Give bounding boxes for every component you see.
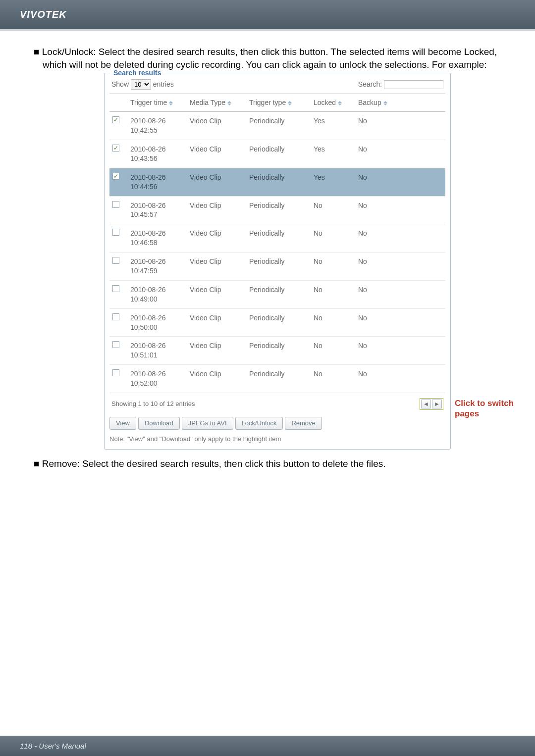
cell-backup: No: [355, 280, 445, 308]
cell-locked: No: [311, 252, 355, 281]
cell-backup: No: [355, 196, 445, 224]
cell-trigger-type: Periodically: [246, 140, 311, 168]
col-trigger-type[interactable]: Trigger type: [246, 94, 311, 112]
row-checkbox[interactable]: [112, 173, 119, 180]
page-body: Lock/Unlock: Select the desired search r…: [0, 31, 535, 470]
row-checkbox[interactable]: [112, 285, 119, 292]
jpegs-to-avi-button[interactable]: JPEGs to AVI: [182, 417, 233, 430]
cell-media-type: Video Clip: [187, 112, 246, 140]
table-row[interactable]: 2010-08-2610:51:01Video ClipPeriodically…: [109, 337, 445, 365]
cell-backup: No: [355, 252, 445, 281]
page-footer-text: 118 - User's Manual: [20, 742, 86, 750]
entries-select[interactable]: 10: [131, 79, 151, 90]
show-label-pre: Show: [111, 80, 129, 88]
row-checkbox[interactable]: [112, 257, 119, 264]
cell-media-type: Video Clip: [187, 308, 246, 337]
cell-trigger-time: 2010-08-2610:43:56: [127, 140, 187, 168]
remove-button[interactable]: Remove: [285, 417, 321, 430]
cell-trigger-type: Periodically: [246, 308, 311, 337]
cell-backup: No: [355, 112, 445, 140]
cell-locked: Yes: [311, 112, 355, 140]
cell-trigger-time: 2010-08-2610:42:55: [127, 112, 187, 140]
cell-trigger-time: 2010-08-2610:52:00: [127, 365, 187, 393]
col-trigger-time[interactable]: Trigger time: [127, 94, 187, 112]
download-button[interactable]: Download: [138, 417, 180, 430]
cell-trigger-type: Periodically: [246, 365, 311, 393]
search-input[interactable]: [384, 80, 443, 89]
table-row[interactable]: 2010-08-2610:43:56Video ClipPeriodically…: [109, 140, 445, 168]
row-checkbox[interactable]: [112, 229, 119, 236]
cell-backup: No: [355, 308, 445, 337]
col-media-type-label: Media Type: [190, 99, 225, 106]
table-row[interactable]: 2010-08-2610:42:55Video ClipPeriodically…: [109, 112, 445, 140]
cell-trigger-time: 2010-08-2610:51:01: [127, 337, 187, 365]
cell-trigger-type: Periodically: [246, 280, 311, 308]
pager-box: ◄ ►: [420, 398, 443, 410]
cell-trigger-type: Periodically: [246, 168, 311, 196]
button-row: View Download JPEGs to AVI Lock/Unlock R…: [109, 417, 445, 430]
cell-locked: No: [311, 224, 355, 252]
row-checkbox[interactable]: [112, 201, 119, 208]
cell-backup: No: [355, 224, 445, 252]
col-backup-label: Backup: [358, 99, 381, 106]
cell-locked: No: [311, 365, 355, 393]
table-row[interactable]: 2010-08-2610:45:57Video ClipPeriodically…: [109, 196, 445, 224]
table-row[interactable]: 2010-08-2610:49:00Video ClipPeriodically…: [109, 280, 445, 308]
cell-trigger-time: 2010-08-2610:45:57: [127, 196, 187, 224]
table-row[interactable]: 2010-08-2610:52:00Video ClipPeriodically…: [109, 365, 445, 393]
cell-backup: No: [355, 365, 445, 393]
row-checkbox[interactable]: [112, 369, 119, 376]
cell-trigger-time: 2010-08-2610:49:00: [127, 280, 187, 308]
cell-trigger-type: Periodically: [246, 224, 311, 252]
row-checkbox[interactable]: [112, 313, 119, 320]
search-results-panel: Search results Show 10 entries Search:: [104, 73, 451, 450]
cell-locked: No: [311, 308, 355, 337]
table-row[interactable]: 2010-08-2610:50:00Video ClipPeriodically…: [109, 308, 445, 337]
lock-unlock-button[interactable]: Lock/Unlock: [235, 417, 283, 430]
cell-backup: No: [355, 168, 445, 196]
table-row[interactable]: 2010-08-2610:44:56Video ClipPeriodically…: [109, 168, 445, 196]
pager-next-button[interactable]: ►: [432, 400, 442, 408]
col-trigger-time-label: Trigger time: [130, 99, 167, 106]
sort-icon: [383, 101, 387, 106]
table-row[interactable]: 2010-08-2610:46:58Video ClipPeriodically…: [109, 224, 445, 252]
search-box: Search:: [358, 80, 443, 89]
cell-media-type: Video Clip: [187, 224, 246, 252]
bullet-remove: Remove: Select the desired search result…: [34, 457, 505, 470]
callout-switch-pages: Click to switch pages: [455, 399, 534, 419]
cell-trigger-time: 2010-08-2610:44:56: [127, 168, 187, 196]
table-footer: Showing 1 to 10 of 12 entries ◄ ►: [109, 393, 445, 410]
row-checkbox[interactable]: [112, 116, 119, 123]
col-locked[interactable]: Locked: [311, 94, 355, 112]
row-checkbox[interactable]: [112, 341, 119, 348]
cell-backup: No: [355, 337, 445, 365]
bullet-lock-unlock-text: Lock/Unlock: Select the desired search r…: [42, 47, 497, 70]
cell-locked: Yes: [311, 140, 355, 168]
panel-title: Search results: [110, 68, 164, 78]
page-header: VIVOTEK: [0, 0, 535, 31]
cell-backup: No: [355, 140, 445, 168]
cell-locked: Yes: [311, 168, 355, 196]
pager-prev-button[interactable]: ◄: [421, 400, 431, 408]
panel-note: Note: "View" and "Download" only apply t…: [109, 435, 445, 444]
col-media-type[interactable]: Media Type: [187, 94, 246, 112]
cell-trigger-type: Periodically: [246, 112, 311, 140]
show-label-post: entries: [153, 80, 174, 88]
cell-trigger-time: 2010-08-2610:50:00: [127, 308, 187, 337]
col-backup[interactable]: Backup: [355, 94, 445, 112]
view-button[interactable]: View: [109, 417, 136, 430]
bullet-remove-text: Remove: Select the desired search result…: [42, 458, 386, 469]
row-checkbox[interactable]: [112, 145, 119, 151]
sort-icon: [227, 101, 231, 106]
cell-trigger-type: Periodically: [246, 252, 311, 281]
col-checkbox: [109, 94, 127, 112]
cell-trigger-type: Periodically: [246, 337, 311, 365]
table-row[interactable]: 2010-08-2610:47:59Video ClipPeriodically…: [109, 252, 445, 281]
search-label: Search:: [358, 80, 382, 88]
cell-media-type: Video Clip: [187, 140, 246, 168]
cell-trigger-type: Periodically: [246, 196, 311, 224]
col-locked-label: Locked: [314, 99, 336, 106]
cell-locked: No: [311, 337, 355, 365]
panel-toolbar: Show 10 entries Search:: [109, 78, 445, 94]
results-table: Trigger time Media Type Trigger type Loc…: [109, 94, 445, 393]
